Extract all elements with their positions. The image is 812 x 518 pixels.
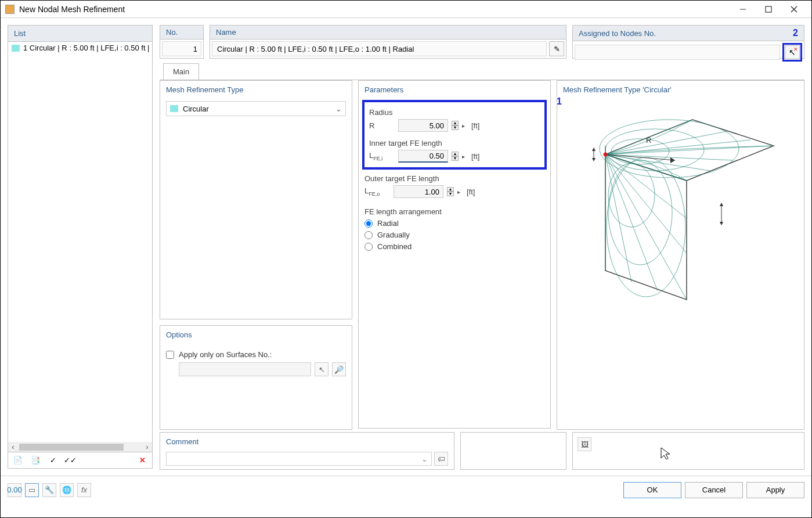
plane-icon: ▭ bbox=[28, 485, 35, 494]
mesh-type-select[interactable]: Circular ⌄ bbox=[166, 101, 346, 116]
inner-length-input[interactable] bbox=[398, 150, 448, 163]
copy-item-button[interactable]: 📑 bbox=[28, 454, 43, 467]
radio-gradually[interactable]: Gradually bbox=[365, 231, 544, 239]
radius-label: Radius bbox=[369, 108, 540, 117]
check-button[interactable]: ✓ bbox=[45, 454, 60, 467]
minimize-button[interactable] bbox=[730, 1, 756, 18]
arrangement-label: FE length arrangement bbox=[365, 207, 544, 216]
assigned-nodes-input[interactable] bbox=[575, 45, 780, 60]
svg-line-20 bbox=[605, 154, 631, 282]
name-section: Name ✎ bbox=[210, 25, 566, 59]
assigned-section: Assigned to Nodes No. 2 ↖ ✕ bbox=[572, 25, 804, 59]
ok-button[interactable]: OK bbox=[623, 482, 681, 498]
fx-button[interactable]: fx bbox=[77, 483, 91, 497]
preview-header: Mesh Refinement Type 'Circular' bbox=[557, 81, 804, 96]
apply-surfaces-checkbox[interactable] bbox=[166, 351, 174, 359]
svg-marker-35 bbox=[720, 222, 723, 225]
svg-marker-31 bbox=[592, 148, 596, 151]
inner-length-symbol: LFE,i bbox=[369, 151, 395, 161]
view-button-1[interactable]: ▭ bbox=[25, 483, 39, 497]
radio-combined-input[interactable] bbox=[365, 243, 373, 251]
radio-radial[interactable]: Radial bbox=[365, 219, 544, 228]
tree-icon: 🔧 bbox=[45, 485, 54, 494]
edit-name-button[interactable]: ✎ bbox=[549, 41, 564, 56]
check-multi-button[interactable]: ✓✓ bbox=[63, 454, 78, 467]
radius-input[interactable] bbox=[398, 119, 448, 132]
minimize-icon bbox=[739, 6, 746, 13]
parameters-panel: Parameters 1 Radius R ▴▾ ▸ [ft] bbox=[358, 80, 551, 429]
scroll-left-arrow[interactable]: ‹ bbox=[8, 442, 18, 452]
tab-main[interactable]: Main bbox=[163, 63, 199, 80]
radius-unit: [ft] bbox=[471, 121, 479, 130]
pick-nodes-button[interactable]: ↖ ✕ bbox=[785, 45, 800, 59]
titlebar: New Nodal Mesh Refinement bbox=[1, 1, 811, 18]
radius-spinner[interactable]: ▴▾ bbox=[452, 121, 459, 130]
close-button[interactable] bbox=[781, 1, 807, 18]
scroll-right-arrow[interactable]: › bbox=[142, 442, 152, 452]
copy-icon: 📑 bbox=[31, 456, 40, 465]
image-icon: 🖼 bbox=[581, 440, 589, 449]
mesh-diagram: R bbox=[576, 102, 785, 311]
radio-combined[interactable]: Combined bbox=[365, 242, 544, 251]
find-surfaces-button[interactable]: 🔎 bbox=[332, 362, 346, 376]
color-swatch bbox=[12, 45, 20, 52]
radio-radial-input[interactable] bbox=[365, 220, 373, 228]
units-icon: 0.00 bbox=[7, 485, 21, 494]
scroll-thumb[interactable] bbox=[19, 444, 124, 451]
preview-panel: Mesh Refinement Type 'Circular' bbox=[557, 80, 804, 430]
tab-strip: Main bbox=[160, 63, 804, 80]
list-body: 1 Circular | R : 5.00 ft | LFE,i : 0.50 … bbox=[8, 42, 152, 452]
outer-length-unit: [ft] bbox=[467, 188, 475, 196]
options-header: Options bbox=[160, 326, 352, 341]
radio-gradually-label: Gradually bbox=[377, 231, 410, 239]
horizontal-scrollbar[interactable]: ‹ › bbox=[8, 442, 152, 452]
arrow-right-icon[interactable]: ▸ bbox=[462, 123, 468, 129]
pick-nodes-highlight: ↖ ✕ bbox=[782, 43, 802, 62]
blank-panel bbox=[460, 432, 566, 470]
delete-item-button[interactable]: ✕ bbox=[135, 454, 150, 467]
chevron-down-icon: ⌄ bbox=[335, 105, 342, 113]
units-button[interactable]: 0.00 bbox=[8, 483, 21, 497]
comment-library-button[interactable]: 🏷 bbox=[434, 452, 448, 466]
mesh-type-panel: Mesh Refinement Type Circular ⌄ bbox=[160, 80, 352, 319]
comment-select[interactable]: ⌄ bbox=[166, 452, 432, 466]
view-button-2[interactable]: 🔧 bbox=[42, 483, 56, 497]
outer-length-spinner[interactable]: ▴▾ bbox=[447, 187, 454, 196]
mesh-type-header: Mesh Refinement Type bbox=[160, 81, 352, 96]
window-title: New Nodal Mesh Refinement bbox=[19, 5, 730, 14]
svg-marker-32 bbox=[592, 158, 596, 161]
mesh-type-value: Circular bbox=[183, 105, 209, 113]
maximize-button[interactable] bbox=[756, 1, 781, 18]
list-item[interactable]: 1 Circular | R : 5.00 ft | LFE,i : 0.50 … bbox=[8, 42, 152, 54]
svg-rect-1 bbox=[766, 6, 771, 12]
app-icon bbox=[5, 5, 15, 14]
pick-surfaces-button[interactable]: ↖ bbox=[315, 362, 329, 376]
outer-length-input[interactable] bbox=[394, 185, 443, 198]
inner-length-spinner[interactable]: ▴▾ bbox=[452, 152, 459, 161]
apply-surfaces-check[interactable]: Apply only on Surfaces No.: bbox=[166, 350, 346, 359]
comment-panel: Comment ⌄ 🏷 bbox=[160, 432, 454, 470]
name-header: Name bbox=[210, 26, 566, 39]
radio-gradually-input[interactable] bbox=[365, 231, 373, 239]
cancel-button[interactable]: Cancel bbox=[685, 482, 743, 498]
no-header: No. bbox=[160, 26, 203, 39]
name-input[interactable] bbox=[212, 41, 547, 56]
preview-actions-panel: 🖼 bbox=[572, 432, 804, 470]
no-input[interactable] bbox=[162, 41, 201, 56]
svg-line-23 bbox=[605, 154, 687, 253]
new-item-button[interactable]: 📄 bbox=[10, 454, 26, 467]
list-item-label: 1 Circular | R : 5.00 ft | LFE,i : 0.50 … bbox=[23, 44, 152, 52]
view-button-3[interactable]: 🌐 bbox=[60, 483, 74, 497]
fx-icon: fx bbox=[81, 485, 87, 494]
maximize-icon bbox=[765, 6, 772, 13]
apply-button[interactable]: Apply bbox=[746, 482, 804, 498]
library-icon: 🏷 bbox=[438, 455, 445, 463]
arrow-right-icon[interactable]: ▸ bbox=[457, 189, 463, 195]
parameters-header: Parameters bbox=[359, 81, 550, 96]
preview-body: R bbox=[557, 96, 804, 422]
arrow-right-icon[interactable]: ▸ bbox=[462, 153, 468, 160]
close-icon bbox=[791, 6, 797, 13]
preview-settings-button[interactable]: 🖼 bbox=[578, 437, 591, 451]
surfaces-input[interactable] bbox=[179, 362, 311, 376]
svg-point-16 bbox=[608, 163, 655, 227]
